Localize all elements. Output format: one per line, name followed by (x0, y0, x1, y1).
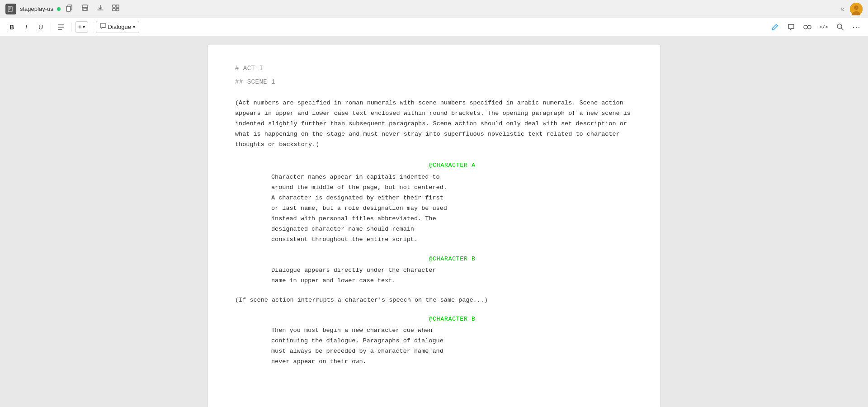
list-format-button[interactable] (55, 21, 67, 33)
character-b-name-1[interactable]: @CHARACTER B (271, 254, 633, 264)
toolbar-right: </> ⋯ (769, 21, 863, 33)
svg-point-21 (804, 25, 807, 29)
avatar[interactable] (850, 3, 863, 15)
toolbar-divider-3 (92, 23, 92, 32)
toolbar-divider-2 (71, 23, 71, 32)
download-icon[interactable] (95, 4, 106, 14)
dialogue-a[interactable]: Character names appear in capitals inden… (271, 172, 561, 245)
editor-container[interactable]: # ACT I ## SCENE 1 (Act numbers are spec… (0, 36, 868, 407)
print-icon[interactable] (80, 4, 90, 14)
svg-rect-11 (116, 5, 119, 7)
copy-icon[interactable] (64, 4, 75, 14)
svg-rect-0 (8, 6, 12, 12)
dialogue-label: Dialogue (108, 24, 131, 30)
grid-icon[interactable] (110, 4, 121, 14)
comment-icon (100, 23, 106, 31)
dialogue-dropdown-icon: ▾ (133, 24, 135, 29)
status-dot (57, 7, 61, 11)
parenthetical-text[interactable]: (If scene action interrupts a character'… (235, 295, 633, 305)
app-icon[interactable] (5, 4, 16, 14)
top-bar: stageplay-us (0, 0, 868, 18)
action-paragraph[interactable]: (Act numbers are specified in roman nume… (235, 98, 633, 150)
top-bar-right: « (840, 3, 863, 15)
editor-page[interactable]: # ACT I ## SCENE 1 (Act numbers are spec… (208, 45, 660, 407)
edit-mode-button[interactable] (769, 21, 781, 33)
comment-mode-button[interactable] (785, 21, 797, 33)
svg-point-15 (854, 5, 859, 10)
svg-rect-13 (116, 9, 119, 11)
more-options-button[interactable]: ⋯ (850, 21, 863, 33)
svg-point-9 (86, 8, 87, 9)
svg-point-22 (807, 25, 811, 29)
character-a-name[interactable]: @CHARACTER A (271, 161, 633, 170)
top-bar-left: stageplay-us (5, 4, 837, 14)
search-button[interactable] (834, 21, 846, 33)
svg-rect-12 (113, 9, 115, 11)
doc-title: stageplay-us (20, 5, 53, 12)
svg-rect-10 (113, 5, 115, 7)
svg-rect-20 (100, 24, 106, 28)
dialogue-b-1[interactable]: Dialogue appears directly under the char… (271, 265, 561, 286)
italic-button[interactable]: I (20, 21, 33, 33)
add-element-button[interactable]: + ▾ (75, 21, 88, 33)
element-type-dropdown[interactable]: Dialogue ▾ (96, 21, 139, 33)
code-icon: </> (819, 24, 828, 30)
character-b-name-2[interactable]: @CHARACTER B (271, 314, 633, 324)
plus-icon: + (78, 24, 82, 30)
view-mode-button[interactable] (801, 21, 814, 33)
svg-rect-5 (66, 6, 71, 11)
collapse-sidebar-icon[interactable]: « (840, 5, 844, 13)
code-view-button[interactable]: </> (817, 21, 830, 33)
bold-button[interactable]: B (5, 21, 18, 33)
act-heading[interactable]: # ACT I (235, 63, 633, 73)
more-icon: ⋯ (852, 22, 861, 32)
plus-dropdown-icon: ▾ (83, 24, 85, 29)
toolbar-divider-1 (51, 23, 51, 32)
toolbar-left: B I U + ▾ Dialogue ▾ (5, 21, 767, 33)
underline-button[interactable]: U (34, 21, 47, 33)
svg-rect-8 (83, 9, 87, 10)
top-bar-icons (64, 4, 121, 14)
scene-heading[interactable]: ## SCENE 1 (235, 77, 633, 87)
dialogue-b-2[interactable]: Then you must begin a new character cue … (271, 326, 561, 367)
toolbar: B I U + ▾ Dialogue ▾ (0, 18, 868, 36)
